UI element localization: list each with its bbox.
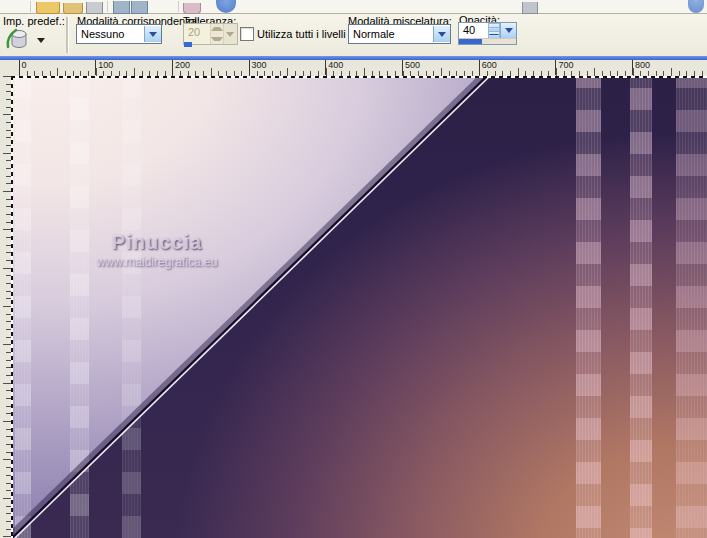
arrow-down-icon (211, 37, 223, 41)
undo-icon (183, 3, 201, 14)
tolerance-value-indicator (184, 42, 192, 47)
ruler-label: 600 (479, 60, 497, 75)
save-as-icon (131, 1, 148, 14)
blend-mode-combobox[interactable]: Normale (348, 24, 451, 44)
chevron-down-icon (149, 32, 157, 37)
opacity-slider-button[interactable] (500, 23, 516, 38)
preset-dropdown-arrow-icon[interactable] (37, 38, 45, 43)
ruler-label: 800 (632, 60, 650, 75)
chevron-down-icon (226, 32, 234, 37)
selection-marching-ants-top (11, 76, 707, 78)
help-icon (688, 0, 704, 13)
browse-globe-icon (216, 0, 236, 13)
tolerance-slider-button[interactable] (223, 24, 237, 44)
save-icon (113, 1, 130, 14)
tool-icon (522, 2, 538, 14)
tool-options-palette: Imp. predef.: Modalità corrispondenza: N… (0, 14, 707, 56)
preset-picker-button[interactable] (4, 28, 44, 52)
arrow-up-icon (211, 27, 223, 31)
match-mode-dropdown-button[interactable] (144, 26, 161, 42)
ruler-label: 400 (325, 60, 343, 75)
watermark: Pinuccia www.maidiregrafica.eu (77, 231, 237, 269)
spin-down-button[interactable] (211, 34, 223, 44)
cutoff-toolbar-strip (0, 0, 707, 14)
toolbar-separator (30, 1, 31, 12)
toolbar-separator (107, 1, 108, 12)
spin-down-button[interactable] (488, 31, 501, 39)
opacity-progress-track (459, 38, 516, 44)
preset-bucket-icon (4, 28, 34, 52)
opacity-spinner[interactable]: 40 (458, 22, 517, 45)
ruler-label: 300 (249, 60, 267, 75)
scanner-icon (86, 2, 103, 14)
opacity-progress (459, 39, 482, 44)
match-mode-combobox[interactable]: Nessuno (76, 24, 162, 44)
spin-up-button[interactable] (211, 24, 223, 34)
chevron-down-icon (438, 32, 446, 37)
preset-label: Imp. predef.: (3, 15, 65, 27)
toolbar-separator (66, 17, 69, 53)
blend-mode-value: Normale (349, 28, 433, 40)
toolbar-separator (178, 1, 179, 12)
arrow-up-icon (489, 27, 500, 28)
tolerance-value[interactable]: 20 (184, 24, 210, 44)
image-canvas[interactable]: Pinuccia www.maidiregrafica.eu (11, 76, 707, 538)
match-mode-value: Nessuno (77, 28, 144, 40)
use-all-layers-label[interactable]: Utilizza tutti i livelli (257, 28, 346, 40)
open-folder-icon (36, 2, 60, 14)
watermark-url: www.maidiregrafica.eu (77, 255, 237, 269)
folder-icon (63, 3, 83, 14)
spin-up-button[interactable] (488, 23, 501, 31)
opacity-value[interactable]: 40 (459, 23, 488, 38)
watermark-title: Pinuccia (77, 231, 237, 254)
arrow-down-icon (489, 34, 500, 35)
ruler-label: 200 (172, 60, 190, 75)
chevron-down-icon (505, 28, 513, 33)
opacity-updown[interactable] (488, 23, 501, 38)
ruler-label: 100 (95, 60, 113, 75)
ruler-label: 700 (555, 60, 573, 75)
diagonal-line (11, 76, 707, 538)
blend-mode-dropdown-button[interactable] (433, 26, 450, 42)
ruler-label: 500 (402, 60, 420, 75)
tolerance-updown[interactable] (210, 24, 223, 44)
ruler-label: 0 (19, 60, 27, 75)
ruler-corner (0, 60, 11, 77)
horizontal-ruler[interactable]: 0100200300400500600700800 (11, 60, 707, 77)
use-all-layers-checkbox[interactable] (240, 27, 254, 41)
selection-marching-ants-left (11, 76, 13, 538)
